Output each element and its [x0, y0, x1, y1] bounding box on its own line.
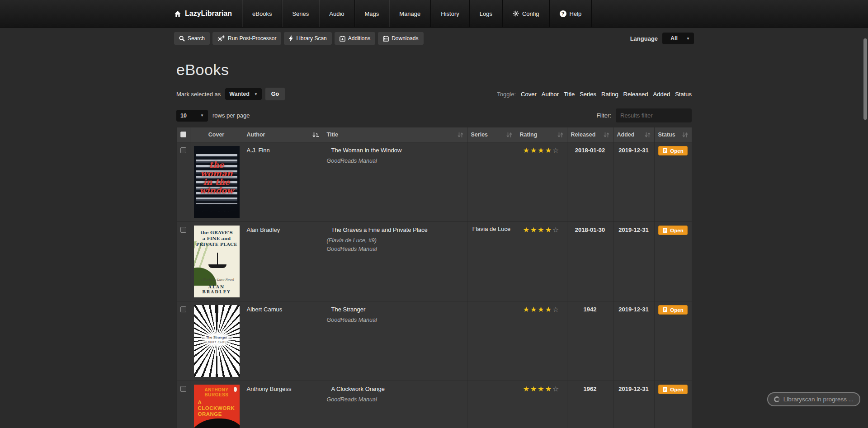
lazylibrarian-app: { "navbar": { "brand": { "label": "LazyL…	[0, 0, 868, 428]
star-icon: ★	[523, 146, 530, 154]
column-header-added[interactable]: Added	[613, 127, 654, 142]
sort-icon	[458, 132, 463, 138]
select-all-checkbox[interactable]	[180, 132, 186, 137]
cover-art-boat	[208, 264, 226, 268]
downloads-button[interactable]: Downloads	[378, 32, 423, 45]
book-title-link[interactable]: The Stranger	[327, 305, 463, 313]
mark-selected-label: Mark selected as	[176, 91, 221, 98]
author-name: Albert Camus	[247, 305, 319, 313]
chevron-down-icon: ▼	[254, 92, 258, 96]
book-source: GoodReads Manual	[327, 396, 463, 403]
column-header-status[interactable]: Status	[654, 127, 692, 142]
rating-stars: ★★★★☆	[520, 305, 563, 314]
series-link[interactable]: Flavia de Luce	[472, 226, 511, 232]
brand-home-link[interactable]: LazyLibrarian	[174, 0, 242, 27]
page-title: eBooks	[176, 61, 692, 79]
nav-item-ebooks[interactable]: eBooks	[242, 0, 282, 27]
nav-divider	[591, 0, 592, 27]
star-icon: ★	[538, 226, 545, 234]
book-series-note: (Flavia de Luce, #9)	[327, 237, 463, 244]
rows-per-page-label: rows per page	[212, 112, 250, 119]
additions-button[interactable]: Additions	[335, 32, 375, 45]
column-header-rating[interactable]: Rating	[516, 127, 567, 142]
nav-item-help[interactable]: ? Help	[549, 0, 592, 27]
book-cover[interactable]: the woman in the window A. J. FINN	[194, 146, 240, 218]
sort-icon	[506, 132, 512, 138]
sort-icon	[682, 132, 688, 138]
chevron-down-icon: ▼	[686, 37, 690, 41]
book-source: GoodReads Manual	[327, 317, 463, 323]
column-header-released[interactable]: Released	[567, 127, 613, 142]
nav-item-history[interactable]: History	[430, 0, 469, 27]
star-icon: ★	[538, 306, 545, 313]
toggle-title[interactable]: Title	[564, 91, 575, 98]
row-checkbox[interactable]	[180, 386, 186, 392]
nav-item-series[interactable]: Series	[282, 0, 319, 27]
book-cover[interactable]: ANTHONY BURGESS A CLOCKWORK ORANGE	[194, 385, 240, 428]
star-icon: ★	[523, 306, 530, 313]
book-title-link[interactable]: The Woman in the Window	[327, 146, 463, 154]
rating-stars: ★★★★☆	[520, 226, 563, 234]
row-checkbox[interactable]	[180, 227, 186, 233]
open-button[interactable]: Open	[658, 146, 687, 155]
book-cover[interactable]: The Stranger ALBERT CAMUS	[194, 305, 240, 377]
added-date: 2019-12-31	[617, 305, 651, 313]
toggle-series[interactable]: Series	[580, 91, 596, 98]
search-button[interactable]: Search	[174, 32, 210, 45]
open-button[interactable]: Open	[658, 305, 687, 315]
column-header-author[interactable]: Author	[243, 127, 323, 142]
nav-item-manage[interactable]: Manage	[389, 0, 430, 27]
nav-item-audio[interactable]: Audio	[319, 0, 354, 27]
library-scan-button[interactable]: Library Scan	[284, 32, 331, 45]
sort-icon	[604, 132, 609, 138]
table-row: the GRAVE'S a FINE and PRIVATE PLACE A F…	[176, 222, 692, 301]
vertical-scrollbar-thumb[interactable]	[863, 38, 867, 120]
toggle-rating[interactable]: Rating	[601, 91, 618, 98]
star-icon: ☆	[552, 385, 560, 393]
star-icon: ★	[530, 385, 538, 393]
row-checkbox[interactable]	[180, 306, 186, 312]
gear-icon	[513, 10, 519, 17]
toggle-cover[interactable]: Cover	[521, 91, 537, 98]
mark-selected-select[interactable]: Wanted ▼	[225, 88, 262, 100]
table-header-row: Cover Author Title Series Rating	[176, 127, 692, 142]
language-select[interactable]: All ▼	[662, 33, 694, 44]
book-cover[interactable]: the GRAVE'S a FINE and PRIVATE PLACE A F…	[194, 226, 240, 297]
toggle-added[interactable]: Added	[653, 91, 670, 98]
calendar-icon	[383, 36, 389, 42]
book-title-link[interactable]: The Graves a Fine and Private Place	[327, 226, 463, 233]
column-header-series[interactable]: Series	[467, 127, 516, 142]
cover-art-silhouette	[194, 419, 240, 428]
toggle-author[interactable]: Author	[542, 91, 559, 98]
nav-item-mags[interactable]: Mags	[354, 0, 389, 27]
results-filter-input[interactable]	[616, 108, 692, 122]
sort-icon	[557, 132, 563, 138]
run-post-processor-button[interactable]: Run Post-Processor	[212, 32, 281, 45]
added-date: 2019-12-31	[617, 226, 651, 233]
star-icon: ★	[538, 146, 545, 154]
added-date: 2019-12-31	[617, 146, 651, 154]
open-button[interactable]: Open	[658, 226, 687, 235]
nav-item-config[interactable]: Config	[502, 0, 549, 27]
book-icon	[662, 307, 668, 313]
libraryscan-toast: Libraryscan in progress ...	[767, 392, 860, 406]
released-date: 2018-01-02	[571, 146, 609, 154]
column-header-title[interactable]: Title	[323, 127, 467, 142]
chevron-down-icon: ▼	[200, 113, 204, 118]
open-button[interactable]: Open	[658, 385, 687, 394]
toggle-released[interactable]: Released	[623, 91, 648, 98]
book-source: GoodReads Manual	[327, 246, 463, 252]
toggle-status[interactable]: Status	[675, 91, 692, 98]
nav-item-logs[interactable]: Logs	[469, 0, 502, 27]
column-toggle-group: Toggle: Cover Author Title Series Rating…	[497, 91, 692, 98]
row-checkbox[interactable]	[180, 147, 186, 153]
star-icon: ★	[545, 226, 552, 234]
rows-per-page-select[interactable]: 10 ▼	[176, 110, 208, 122]
rating-stars: ★★★★☆	[520, 146, 563, 155]
book-title-link[interactable]: A Clockwork Orange	[327, 385, 463, 392]
go-button[interactable]: Go	[265, 88, 285, 100]
column-header-cover[interactable]: Cover	[190, 127, 243, 142]
rating-stars: ★★★★☆	[520, 385, 563, 393]
action-toolbar: Search Run Post-Processor Library Scan A…	[174, 32, 694, 45]
added-date: 2019-12-31	[617, 385, 651, 392]
